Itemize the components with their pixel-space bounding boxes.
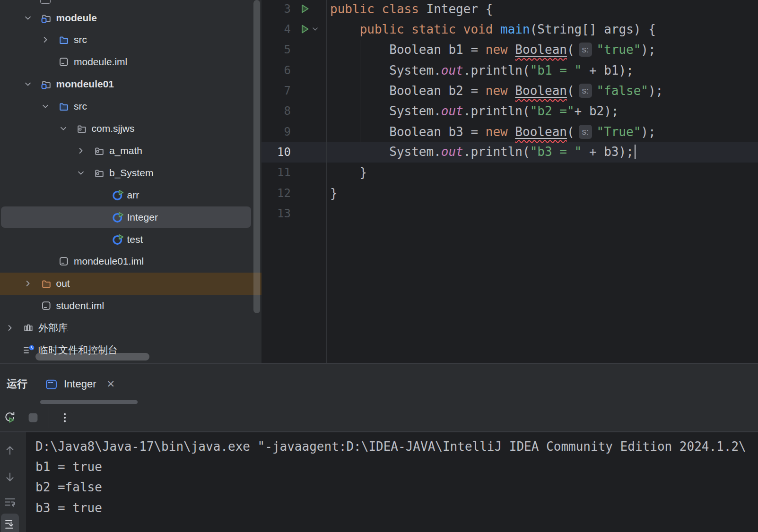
code-line-3[interactable]: 3public class Integer { bbox=[261, 0, 758, 19]
line-number: 10 bbox=[261, 146, 291, 159]
tree-item-com-sjjws[interactable]: com.sjjws bbox=[0, 118, 261, 140]
run-line-icon[interactable] bbox=[299, 23, 311, 35]
chevron-right-icon[interactable] bbox=[76, 146, 86, 156]
code-line-12[interactable]: 12} bbox=[261, 183, 758, 203]
console-line-3: b2 =false bbox=[35, 477, 758, 498]
parameter-hint: s: bbox=[579, 43, 592, 57]
code-line-13[interactable]: 13 bbox=[261, 203, 758, 223]
tree-item-外部库[interactable]: 外部库 bbox=[0, 317, 261, 339]
arrow-up-button[interactable] bbox=[2, 442, 18, 458]
run-tool-window: 运行 Integer ✕ D:\Java8\Java-17\bin\java.e… bbox=[0, 364, 758, 532]
tree-item-label: modeule.iml bbox=[74, 56, 127, 68]
folder-src-icon bbox=[58, 34, 70, 45]
tree-item-label: src bbox=[74, 101, 87, 112]
tree-item-a_math[interactable]: a_math bbox=[0, 139, 261, 162]
line-number: 8 bbox=[261, 104, 291, 118]
tree-item-student-iml[interactable]: student.iml bbox=[0, 295, 261, 317]
console-line-1: D:\Java8\Java-17\bin\java.exe "-javaagen… bbox=[35, 436, 758, 456]
chevron-down-icon[interactable] bbox=[40, 101, 51, 112]
arrow-down-button[interactable] bbox=[2, 469, 18, 485]
console-gutter bbox=[0, 432, 26, 532]
package-icon bbox=[94, 167, 105, 179]
code-text: public static void main(String[] args) { bbox=[326, 22, 656, 36]
console-line-4: b3 = true bbox=[35, 498, 758, 518]
folder-src-icon bbox=[58, 101, 70, 112]
package-icon bbox=[76, 123, 87, 134]
tab-scrollbar-thumb[interactable] bbox=[40, 400, 138, 404]
package-icon bbox=[94, 145, 105, 156]
line-number: 4 bbox=[261, 23, 291, 36]
run-tab-integer[interactable]: Integer ✕ bbox=[45, 370, 115, 398]
line-number: 5 bbox=[261, 43, 291, 56]
scroll-to-end-button[interactable] bbox=[1, 514, 19, 532]
chevron-down-icon[interactable] bbox=[76, 168, 86, 178]
console-output[interactable]: D:\Java8\Java-17\bin\java.exe "-javaagen… bbox=[26, 432, 758, 532]
chevron-down-icon[interactable] bbox=[23, 13, 33, 23]
line-number: 11 bbox=[261, 166, 291, 179]
code-line-6[interactable]: 6 System.out.println("b1 = " + b1); bbox=[261, 60, 758, 80]
tree-item-out[interactable]: out bbox=[0, 273, 261, 295]
code-line-8[interactable]: 8 System.out.println("b2 ="+ b2); bbox=[261, 101, 758, 121]
code-text: Boolean b2 = new Boolean(s:"false"); bbox=[326, 84, 663, 98]
more-button[interactable] bbox=[59, 412, 71, 424]
clipped-folder-icon bbox=[40, 0, 51, 4]
line-number: 9 bbox=[261, 125, 291, 138]
tree-item-label: arr bbox=[127, 189, 139, 201]
code-line-9[interactable]: 9 Boolean b3 = new Boolean(s:"True"); bbox=[261, 121, 758, 142]
tree-item-src[interactable]: src bbox=[0, 29, 261, 51]
tree-item-arr[interactable]: arr bbox=[0, 184, 261, 206]
project-horizontal-scrollbar-thumb[interactable] bbox=[35, 353, 149, 360]
folder-out-icon bbox=[41, 278, 52, 289]
tree-item-mondeule01[interactable]: mondeule01 bbox=[0, 73, 261, 95]
code-line-4[interactable]: 4 public static void main(String[] args)… bbox=[261, 19, 758, 39]
text-caret bbox=[635, 145, 636, 159]
code-text: } bbox=[326, 165, 367, 180]
stop-button[interactable] bbox=[27, 412, 39, 424]
tree-item-src[interactable]: src bbox=[0, 95, 261, 118]
toolbar-divider bbox=[49, 407, 49, 428]
tree-item-test[interactable]: test bbox=[0, 228, 261, 250]
module-icon bbox=[41, 78, 52, 90]
tree-item-b_system[interactable]: b_System bbox=[0, 162, 261, 184]
chevron-right-icon[interactable] bbox=[5, 323, 15, 333]
code-text: Boolean b3 = new Boolean(s:"True"); bbox=[326, 125, 656, 139]
deprecated-symbol: Boolean bbox=[515, 84, 567, 98]
chevron-right-icon[interactable] bbox=[40, 34, 51, 45]
tree-item-mondeule01-iml[interactable]: mondeule01.iml bbox=[0, 250, 261, 273]
code-line-11[interactable]: 11 } bbox=[261, 163, 758, 183]
deprecated-symbol: Boolean bbox=[515, 125, 567, 139]
tree-item-modeule[interactable]: modeule bbox=[0, 7, 261, 29]
library-icon bbox=[23, 322, 34, 334]
close-icon[interactable]: ✕ bbox=[107, 378, 115, 390]
gutter-slot[interactable] bbox=[291, 3, 326, 15]
code-line-7[interactable]: 7 Boolean b2 = new Boolean(s:"false"); bbox=[261, 80, 758, 101]
chevron-down-icon[interactable] bbox=[23, 79, 33, 89]
project-tool-window[interactable]: modeulesrcmodeule.imlmondeule01srccom.sj… bbox=[0, 0, 261, 363]
chevron-right-icon[interactable] bbox=[23, 278, 33, 289]
code-text: Boolean b1 = new Boolean(s:"true"); bbox=[326, 43, 656, 57]
console: D:\Java8\Java-17\bin\java.exe "-javaagen… bbox=[0, 432, 758, 532]
tree-item-label: Integer bbox=[127, 212, 158, 223]
gutter-slot[interactable] bbox=[291, 23, 326, 35]
tree-item-label: mondeule01 bbox=[56, 78, 114, 90]
tree-item-modeule-iml[interactable]: modeule.iml bbox=[0, 51, 261, 73]
tree-item-label: mondeule01.iml bbox=[74, 256, 144, 267]
tree-item-label: b_System bbox=[109, 167, 153, 179]
project-vertical-scrollbar-thumb[interactable] bbox=[253, 0, 260, 313]
tree-item-label: a_math bbox=[109, 145, 142, 156]
class-run-icon bbox=[112, 233, 124, 246]
soft-wrap-button[interactable] bbox=[2, 494, 18, 510]
code-editor[interactable]: 3public class Integer {4 public static v… bbox=[261, 0, 758, 363]
code-line-10[interactable]: 10 System.out.println("b3 = " + b3); bbox=[261, 142, 758, 162]
chevron-down-icon[interactable] bbox=[58, 123, 69, 134]
code-line-5[interactable]: 5 Boolean b1 = new Boolean(s:"true"); bbox=[261, 40, 758, 60]
code-text: } bbox=[326, 186, 338, 200]
run-line-icon[interactable] bbox=[299, 3, 311, 15]
tree-item-integer[interactable]: Integer bbox=[0, 206, 261, 228]
rerun-button[interactable] bbox=[3, 411, 17, 424]
run-tab-label: Integer bbox=[64, 378, 96, 390]
line-number: 6 bbox=[261, 64, 291, 77]
tree-item-label: modeule bbox=[56, 12, 97, 24]
chevron-down-icon[interactable] bbox=[311, 25, 319, 33]
code-text: System.out.println("b3 = " + b3); bbox=[326, 145, 636, 159]
